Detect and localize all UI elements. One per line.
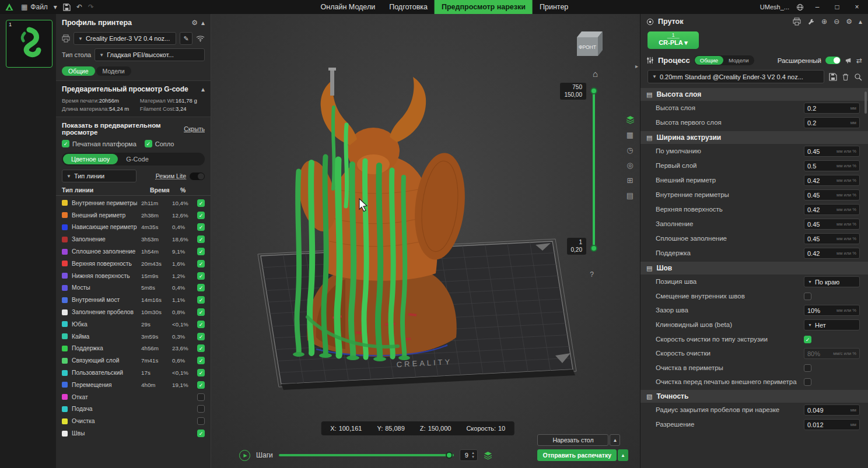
setting-select[interactable]: ▼Нет [804,319,860,330]
preview-check-item[interactable]: Сопло [145,140,174,147]
redo-icon[interactable]: ↷ [88,3,94,11]
setting-input[interactable]: 0.42мм или % [804,175,860,186]
steps-slider[interactable] [279,454,454,456]
menu-item[interactable]: Онлайн Модели [314,0,383,14]
slice-plate-button[interactable]: Нарезать стол [537,434,608,446]
layer-slider-top-handle[interactable] [590,87,597,94]
edit-printer-button[interactable]: ✎ [180,32,192,45]
setting-select[interactable]: ▼По краю [804,276,860,287]
setting-input[interactable]: 80%мм/с или % [804,348,860,359]
send-options-chevron-icon[interactable]: ▲ [618,449,628,461]
setting-input[interactable]: 10%мм или % [804,305,860,316]
printer-select[interactable]: ▼ Creality Ender-3 V2 0.4 noz... [74,32,176,45]
process-settings-scroll[interactable]: ▤ Высота слоя Высота слоя 0.2мм Высота п… [640,87,868,468]
expand-panel-icon[interactable]: ▸ [635,63,638,69]
preview-checkbox[interactable] [62,140,69,147]
line-visibility-checkbox[interactable] [197,381,205,389]
setting-input[interactable]: 0.42мм или % [804,248,860,259]
file-dropdown-chevron-icon[interactable]: ▾ [54,3,57,11]
setting-input[interactable]: 0.2мм [804,103,860,114]
line-visibility-checkbox[interactable] [197,272,205,280]
menu-item[interactable]: Принтер [533,0,575,14]
setting-input[interactable]: 0.049мм [804,404,860,416]
setting-checkbox[interactable] [804,336,811,343]
advanced-toggle[interactable] [825,57,841,64]
line-visibility-checkbox[interactable] [197,223,205,231]
steps-slider-knob[interactable] [446,452,453,459]
setting-input[interactable]: 0.45мм или % [804,233,860,244]
collapse-gcode-icon[interactable]: ▴ [201,86,205,93]
line-visibility-checkbox[interactable] [197,308,205,316]
add-filament-icon[interactable]: ⊕ [821,18,827,25]
line-visibility-checkbox[interactable] [197,357,205,364]
setting-input[interactable]: 0.45мм или % [804,219,860,230]
slice-options-chevron-icon[interactable]: ▲ [610,434,620,446]
single-layer-icon[interactable] [484,451,492,460]
line-type-filter-select[interactable]: ▼ Тип линии [62,170,136,182]
line-visibility-checkbox[interactable] [197,333,205,340]
send-print-button[interactable]: Отправить распечатку [537,449,617,461]
globe-icon[interactable] [796,3,804,11]
setting-input[interactable]: 0.5мм или % [804,160,860,171]
sync-compare-icon[interactable]: ⇄ [856,57,862,64]
file-menu[interactable]: ▦ Файл [21,3,48,11]
announcement-icon[interactable] [845,57,852,64]
maximize-button[interactable]: □ [831,3,844,11]
line-visibility-checkbox[interactable] [197,260,205,268]
printer-settings-gear-icon[interactable]: ⚙ [191,19,198,26]
line-visibility-checkbox[interactable] [197,212,205,219]
minimize-button[interactable]: – [811,3,824,11]
user-name[interactable]: UMesh_... [760,3,789,10]
filament-settings-gear-icon[interactable]: ⚙ [846,18,852,25]
menu-item[interactable]: Предпросмотр нарезки [435,0,533,14]
save-profile-icon[interactable] [829,73,837,81]
profile-tab[interactable]: Общие [62,66,95,76]
line-visibility-checkbox[interactable] [197,235,205,243]
layers-icon[interactable] [623,113,637,126]
profile-tab[interactable]: Модели [96,66,131,76]
print-time-icon[interactable]: ◷ [623,143,637,156]
layer-slider[interactable] [593,90,595,249]
line-visibility-checkbox[interactable] [197,296,205,304]
setting-input[interactable]: 0.45мм или % [804,189,860,200]
line-visibility-checkbox[interactable] [197,284,205,291]
preview-mode-segment[interactable]: G-Code [118,154,157,164]
search-settings-icon[interactable] [854,73,862,81]
play-button[interactable]: ▶ [239,450,250,461]
line-visibility-checkbox[interactable] [197,405,205,413]
remove-filament-icon[interactable]: ⊖ [834,18,839,25]
menu-item[interactable]: Подготовка [382,0,435,14]
setting-checkbox[interactable] [804,378,811,386]
scrollbar-thumb[interactable] [864,92,867,114]
bed-type-select[interactable]: ▼ Гладкая PEI/высокот... [94,48,205,61]
lite-mode-toggle[interactable] [190,173,205,180]
setting-input[interactable]: 0.42мм или % [804,204,860,215]
line-visibility-checkbox[interactable] [197,417,205,425]
process-tab[interactable]: Общие [695,56,723,65]
view-cube[interactable]: ФРОНТ [571,27,605,59]
close-button[interactable]: × [850,3,863,11]
line-visibility-checkbox[interactable] [197,344,205,352]
collapse-panel-icon[interactable]: ▴ [201,19,205,26]
filament-slot-button[interactable]: 1 CR-PLA ▾ [648,31,699,49]
plate-thumbnail[interactable]: 1 [6,20,52,68]
section-header-extrusion-width[interactable]: ▤ Ширина экструзии [640,131,868,144]
help-icon[interactable]: ? [590,270,594,279]
setting-input[interactable]: 0.45мм или % [804,146,860,157]
viewport-3d[interactable]: CREALITY [211,14,640,468]
line-visibility-checkbox[interactable] [197,321,205,328]
line-visibility-checkbox[interactable] [197,199,205,207]
printer-plate-icon[interactable] [793,17,801,26]
preview-check-item[interactable]: Печатная платформа [62,140,136,147]
home-view-icon[interactable]: ⌂ [593,69,598,79]
structure-icon[interactable]: ⊞ [623,174,637,187]
setting-checkbox[interactable] [804,293,811,300]
section-header-layer-height[interactable]: ▤ Высота слоя [640,88,868,101]
line-visibility-checkbox[interactable] [197,248,205,255]
setting-checkbox[interactable] [804,364,811,372]
steps-stepper[interactable]: 9 ▲▼ [460,449,478,461]
preview-panel-icon[interactable]: ▦ [623,128,637,141]
line-visibility-checkbox[interactable] [197,393,205,401]
wifi-icon[interactable] [196,35,205,42]
section-header-seam[interactable]: ▤ Шов [640,262,868,275]
